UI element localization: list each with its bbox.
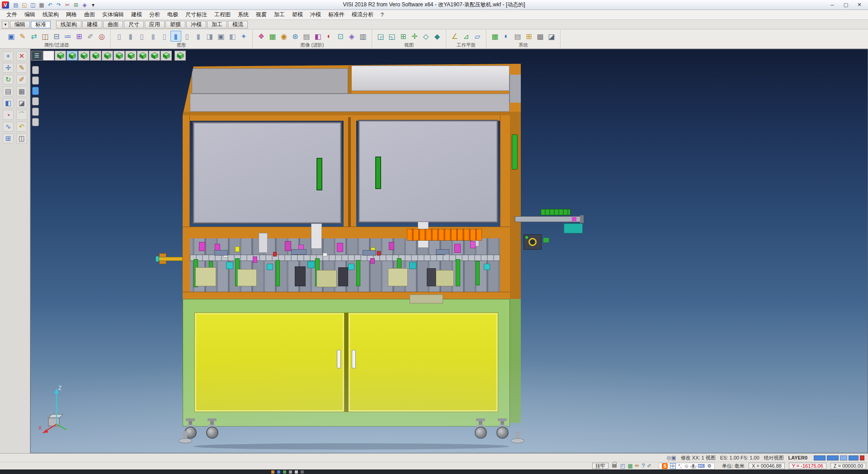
menu-item[interactable]: 实体编辑 [99,10,127,19]
spotlight-icon[interactable]: ◉ [279,31,289,41]
background-icon[interactable]: ▤ [302,31,311,41]
sogou-logo-icon[interactable]: S [662,463,668,469]
grid-icon[interactable]: ▦ [16,86,27,96]
tab-dropdown-icon[interactable]: ▾ [2,21,9,28]
menu-item[interactable]: 塑模 [288,10,307,19]
annotate-icon[interactable]: ✐ [85,31,95,41]
swap-filter-icon[interactable]: ⇄ [29,31,39,41]
menu-item[interactable]: 文件 [3,10,21,19]
sketch-icon[interactable]: ✎ [16,63,27,73]
remove-filter-icon[interactable]: ⊟ [52,31,61,41]
save-icon[interactable]: ◫ [16,133,27,143]
taskbar-app-icon[interactable] [295,470,298,474]
insert-icon[interactable]: ◈ [80,1,89,9]
keyboard-icon[interactable]: ⌨ [698,463,705,469]
status-icon[interactable]: ◎ [666,455,671,461]
ribbon-tab[interactable]: 曲面 [103,21,123,28]
view-cube-button[interactable] [78,51,90,61]
shade-icon[interactable]: ◪ [16,98,27,108]
view-center-icon[interactable]: ✛ [410,31,420,41]
workplane-triangle-icon[interactable]: ⊿ [461,31,471,41]
add-filter-icon[interactable]: ⊞ [74,31,84,41]
taskbar-app-icon[interactable] [289,470,292,474]
menu-item[interactable]: 模流分析 [348,10,377,19]
maximize-button[interactable]: ▢ [839,0,853,9]
cylinder-view-icon[interactable]: ▯ [182,31,192,41]
view-cube-button[interactable] [102,51,113,61]
menu-item[interactable]: 工程图 [211,10,234,19]
ribbon-tab[interactable]: 冲模 [186,21,206,28]
rotate-icon[interactable]: ↻ [3,75,14,85]
advanced-render-icon[interactable]: ❖ [256,31,266,41]
ribbon-tab[interactable]: 尺寸 [124,21,144,28]
windows-taskbar[interactable] [0,469,868,474]
view-cube-button[interactable] [160,51,172,61]
system-add-icon[interactable]: ⊞ [524,31,534,41]
ribbon-tab[interactable]: 塑膜 [165,21,185,28]
open-file-icon[interactable]: ◱ [20,1,28,9]
layer-filter-icon[interactable]: ◫ [40,31,50,41]
spline-icon[interactable]: ∿ [3,122,14,132]
ribbon-tab[interactable]: 编辑 [10,21,30,28]
system-hatch-icon[interactable]: ▩ [535,31,545,41]
texture-icon[interactable]: ▦ [268,31,278,41]
ribbon-tab[interactable]: 建模 [82,21,102,28]
filter-pill-button[interactable] [32,108,39,116]
view-cube-button[interactable] [175,51,186,61]
undo-icon[interactable]: ↶ [46,1,54,9]
system-shade-icon[interactable]: ◪ [547,31,557,41]
target-filter-icon[interactable]: ◎ [97,31,107,41]
bounding-box-icon[interactable]: ▣ [216,31,226,41]
view-cube-button[interactable] [137,51,148,61]
workplane-angle-icon[interactable]: ∠ [450,31,460,41]
view-cube-button[interactable] [66,51,78,61]
status-icon[interactable]: ▣ [671,455,676,461]
cut-icon[interactable]: ✂ [63,1,71,9]
view-cube-button[interactable] [113,51,125,61]
transparent-icon[interactable]: ▯ [160,31,170,41]
machine-model[interactable] [30,49,868,453]
system-grid-icon[interactable]: ▦ [490,31,500,41]
redo-icon[interactable]: ↷ [55,1,63,9]
menu-item[interactable]: 分析 [146,10,164,19]
ime-emoji-icon[interactable]: ☺ [684,463,689,469]
save-icon[interactable]: ◫ [29,1,37,9]
menu-item[interactable]: 编辑 [21,10,39,19]
new-file-icon[interactable]: ▤ [12,1,20,9]
solid-view-icon[interactable]: ▮ [148,31,158,41]
print-icon[interactable]: ▦ [38,1,46,9]
view-cube-button[interactable] [55,51,66,61]
edit-attributes-icon[interactable]: ✎ [18,31,28,41]
view-pan-icon[interactable]: ◱ [387,31,397,41]
menu-item[interactable]: 线架构 [39,10,62,19]
menu-item[interactable]: 电极 [164,10,182,19]
view-corner-icon[interactable]: ◲ [376,31,386,41]
half-view-icon[interactable]: ◧ [3,98,14,108]
ime-punctuation-icon[interactable]: °, [678,463,681,469]
microphone-icon[interactable] [692,464,694,468]
properties-icon[interactable]: ▣ [6,31,16,41]
qat-dropdown-icon[interactable]: ▾ [89,1,97,9]
section-icon[interactable]: ◨ [205,31,215,41]
menu-item[interactable]: 网格 [62,10,80,19]
wireframe-icon[interactable]: ▯ [114,31,124,41]
highlight-icon[interactable]: ✦ [239,31,249,41]
system-display-icon[interactable]: ◐ [501,31,511,41]
absolute-view-label[interactable]: 绝对视图 [764,455,784,461]
filter-pill-button[interactable] [32,118,39,126]
view-cube-button[interactable] [90,51,101,61]
lock-icon[interactable] [612,464,617,468]
undo-icon[interactable]: ↶ [16,122,27,132]
delete-icon[interactable]: ✕ [16,51,27,61]
view-iso-icon[interactable]: ◇ [421,31,431,41]
pixel-icon[interactable]: ⊡ [335,31,345,41]
select-icon[interactable]: ⌖ [3,51,14,61]
taskbar-app-icon[interactable] [283,470,286,474]
lines-icon[interactable]: ▥ [358,31,368,41]
filter-pill-button[interactable] [32,87,39,95]
curve-icon[interactable]: ⌒ [16,110,27,120]
close-button[interactable]: ✕ [853,0,866,9]
filter-pill-button[interactable] [32,66,39,74]
ribbon-tab[interactable]: 标准 [31,21,51,28]
help-icon[interactable]: ? [642,463,645,469]
